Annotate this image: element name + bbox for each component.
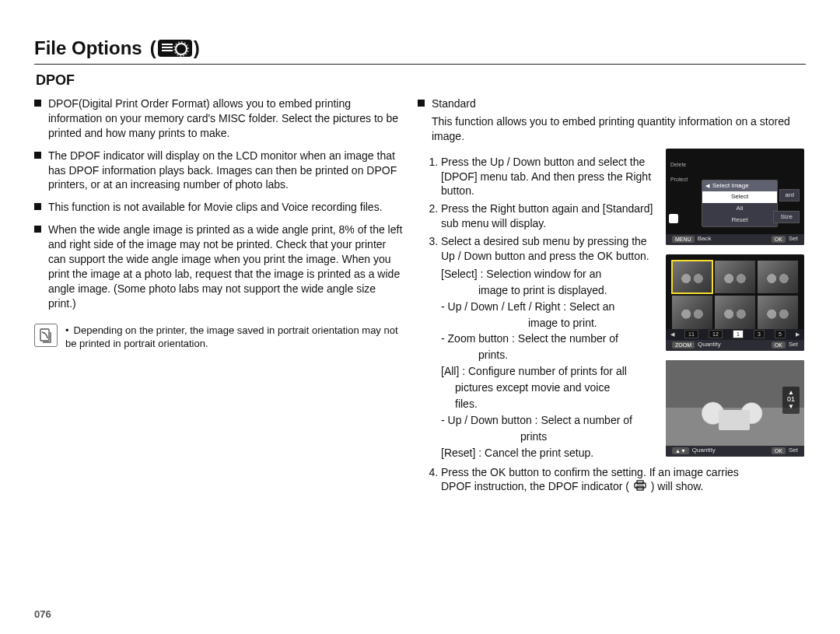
set-label: Set bbox=[789, 447, 798, 455]
steps-with-screens: Press the Up / Down button and select th… bbox=[418, 149, 806, 462]
updownlr-line2: image to print. bbox=[418, 316, 655, 331]
standard-heading: Standard bbox=[418, 96, 806, 111]
panel-option-select: Select bbox=[702, 191, 777, 203]
select-line: [Select] : Selection window for an bbox=[418, 267, 655, 282]
right-option-size: Size bbox=[773, 211, 800, 224]
thumbnail bbox=[715, 296, 755, 329]
thumbnail bbox=[715, 261, 755, 294]
step-3: Select a desired sub menu by pressing th… bbox=[441, 234, 655, 264]
two-column-layout: DPOF(Digital Print Order Format) allows … bbox=[34, 96, 806, 498]
ok-button-icon: OK bbox=[772, 236, 786, 243]
steps-list: Press the Up / Down button and select th… bbox=[418, 155, 655, 264]
note-icon bbox=[34, 324, 58, 347]
thumbnail bbox=[672, 296, 712, 329]
screen-footer: MENUBack OKSet bbox=[666, 234, 804, 245]
dpof-description-list: DPOF(Digital Print Order Format) allows … bbox=[34, 96, 404, 311]
section-title: DPOF bbox=[36, 72, 806, 89]
set-label: Set bbox=[789, 341, 798, 349]
side-menu-faded: Delete Protect bbox=[670, 161, 688, 184]
thumbnail-grid bbox=[672, 261, 798, 329]
bullet-item: When the wide angle image is printed as … bbox=[34, 222, 404, 310]
panel-option-reset: Reset bbox=[702, 215, 777, 226]
printer-icon bbox=[634, 480, 646, 495]
left-column: DPOF(Digital Print Order Format) allows … bbox=[34, 96, 404, 498]
bullet-item: This function is not available for Movie… bbox=[34, 200, 404, 215]
quantity-overlay: ▲ 01 ▼ bbox=[782, 387, 800, 414]
nav-strip: ◀ 11 12 1 3 5 ▶ bbox=[666, 329, 804, 340]
svg-rect-0 bbox=[40, 329, 49, 341]
camera-screens: Delete Protect Select Image Select All R… bbox=[666, 149, 806, 462]
camera-screen-thumbnails: ◀ 11 12 1 3 5 ▶ ZOOMQuantity OKSet bbox=[666, 254, 804, 351]
quantity-label: Quantity bbox=[692, 447, 716, 455]
panel-option-all: All bbox=[702, 203, 777, 215]
standard-intro: This function allows you to embed printi… bbox=[418, 114, 806, 144]
right-column: Standard This function allows you to emb… bbox=[418, 96, 806, 498]
panel-header: Select Image bbox=[702, 180, 777, 192]
ok-button-icon: OK bbox=[772, 447, 786, 454]
updown-button-icon: ▲▼ bbox=[672, 447, 689, 454]
updownlr-line: - Up / Down / Left / Right : Select an bbox=[418, 299, 655, 314]
manual-page: File Options ( ) DPOF DPOF(Digital Print… bbox=[0, 0, 840, 634]
quantity-label: Quantity bbox=[698, 341, 721, 349]
bullet-item: The DPOF indicator will display on the L… bbox=[34, 149, 404, 193]
thumbnail-selected bbox=[672, 261, 712, 294]
arrow-down-icon: ▼ bbox=[787, 404, 795, 411]
bullet-item: DPOF(Digital Print Order Format) allows … bbox=[34, 96, 404, 141]
step-2: Press the Right button again and [Standa… bbox=[441, 201, 655, 231]
thumbnail bbox=[758, 296, 798, 329]
page-title: File Options bbox=[34, 37, 142, 59]
mode-tab-icon bbox=[669, 214, 678, 223]
page-header: File Options ( ) bbox=[34, 37, 806, 65]
menu-button-icon: MENU bbox=[672, 236, 695, 243]
updown-line2: prints bbox=[418, 429, 655, 444]
reset-line: [Reset] : Cancel the print setup. bbox=[418, 446, 655, 461]
select-image-panel: Select Image Select All Reset bbox=[702, 180, 778, 227]
ok-button-icon: OK bbox=[772, 342, 786, 349]
all-line3: files. bbox=[418, 397, 655, 412]
note-text: Depending on the printer, the image save… bbox=[65, 324, 404, 351]
thumbnail bbox=[758, 261, 798, 294]
quantity-value: 01 bbox=[787, 395, 795, 403]
settings-gear-icon bbox=[158, 40, 192, 57]
select-line-2: image to print is displayed. bbox=[418, 283, 655, 298]
screen-footer: ZOOMQuantity OKSet bbox=[666, 340, 804, 351]
svg-rect-2 bbox=[637, 481, 643, 484]
standard-label: Standard bbox=[432, 97, 476, 110]
steps-text: Press the Up / Down button and select th… bbox=[418, 149, 655, 462]
all-line: [All] : Configure number of prints for a… bbox=[418, 364, 655, 379]
note-callout: Depending on the printer, the image save… bbox=[34, 322, 404, 351]
camera-screen-menu: Delete Protect Select Image Select All R… bbox=[666, 149, 804, 245]
zoom-button-icon: ZOOM bbox=[672, 342, 695, 349]
zoom-line2: prints. bbox=[418, 348, 655, 363]
step-1: Press the Up / Down button and select th… bbox=[441, 155, 655, 199]
screen-footer: ▲▼Quantity OKSet bbox=[666, 446, 804, 457]
zoom-line: - Zoom button : Select the number of bbox=[418, 331, 655, 346]
right-option-standard: ard bbox=[779, 189, 800, 202]
page-number: 076 bbox=[34, 608, 51, 620]
camera-screen-image-quantity: ▲ 01 ▼ ▲▼Quantity OKSet bbox=[666, 360, 804, 457]
back-label: Back bbox=[698, 235, 712, 243]
updown-line: - Up / Down button : Select a number of bbox=[418, 413, 655, 428]
steps-list-cont: Press the OK button to confirm the setti… bbox=[418, 465, 806, 496]
step-4: Press the OK button to confirm the setti… bbox=[441, 465, 806, 496]
title-mode-icon: ( ) bbox=[150, 37, 200, 59]
all-line2: pictures except movie and voice bbox=[418, 380, 655, 395]
set-label: Set bbox=[789, 235, 798, 243]
note-list: Depending on the printer, the image save… bbox=[65, 324, 404, 351]
